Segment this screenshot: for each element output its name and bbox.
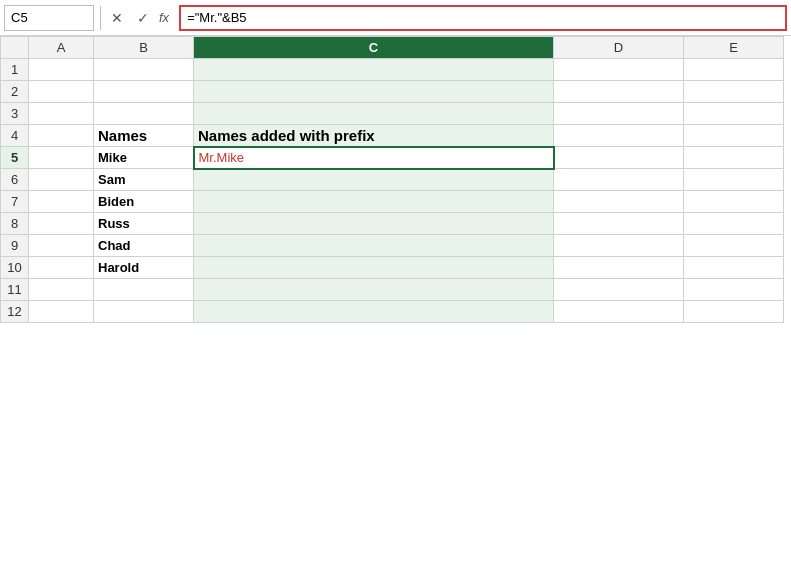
cell-a6[interactable] — [29, 169, 94, 191]
formula-bar-icons: ✕ ✓ fx — [107, 8, 173, 28]
cell-a12[interactable] — [29, 301, 94, 323]
table-row: 12 — [1, 301, 784, 323]
column-header-row: A B C D E — [1, 37, 784, 59]
cell-c1[interactable] — [194, 59, 554, 81]
cell-b2[interactable] — [94, 81, 194, 103]
cell-e4[interactable] — [684, 125, 784, 147]
spreadsheet-grid: A B C D E 1234NamesNames added with pref… — [0, 36, 791, 323]
cancel-icon[interactable]: ✕ — [107, 8, 127, 28]
cell-e3[interactable] — [684, 103, 784, 125]
cell-e6[interactable] — [684, 169, 784, 191]
table-row: 8Russ — [1, 213, 784, 235]
formula-input[interactable] — [179, 5, 787, 31]
cell-a7[interactable] — [29, 191, 94, 213]
cell-e10[interactable] — [684, 257, 784, 279]
row-header-5[interactable]: 5 — [1, 147, 29, 169]
confirm-icon[interactable]: ✓ — [133, 8, 153, 28]
col-header-a[interactable]: A — [29, 37, 94, 59]
row-header-10[interactable]: 10 — [1, 257, 29, 279]
cell-c3[interactable] — [194, 103, 554, 125]
cell-e2[interactable] — [684, 81, 784, 103]
cell-d8[interactable] — [554, 213, 684, 235]
col-header-d[interactable]: D — [554, 37, 684, 59]
row-header-2[interactable]: 2 — [1, 81, 29, 103]
cell-e9[interactable] — [684, 235, 784, 257]
formula-bar: C5 ✕ ✓ fx — [0, 0, 791, 36]
row-header-12[interactable]: 12 — [1, 301, 29, 323]
cell-d5[interactable] — [554, 147, 684, 169]
cell-b7[interactable]: Biden — [94, 191, 194, 213]
cell-d7[interactable] — [554, 191, 684, 213]
cell-a11[interactable] — [29, 279, 94, 301]
cell-b11[interactable] — [94, 279, 194, 301]
cell-c10[interactable] — [194, 257, 554, 279]
table-row: 6Sam — [1, 169, 784, 191]
cell-b6[interactable]: Sam — [94, 169, 194, 191]
corner-cell — [1, 37, 29, 59]
row-header-1[interactable]: 1 — [1, 59, 29, 81]
cell-c9[interactable] — [194, 235, 554, 257]
cell-c12[interactable] — [194, 301, 554, 323]
cell-d6[interactable] — [554, 169, 684, 191]
col-header-b[interactable]: B — [94, 37, 194, 59]
cell-e8[interactable] — [684, 213, 784, 235]
cell-a4[interactable] — [29, 125, 94, 147]
cell-d2[interactable] — [554, 81, 684, 103]
row-header-3[interactable]: 3 — [1, 103, 29, 125]
cell-a5[interactable] — [29, 147, 94, 169]
cell-a3[interactable] — [29, 103, 94, 125]
cell-a8[interactable] — [29, 213, 94, 235]
cell-a1[interactable] — [29, 59, 94, 81]
cell-c2[interactable] — [194, 81, 554, 103]
cell-d1[interactable] — [554, 59, 684, 81]
cell-c8[interactable] — [194, 213, 554, 235]
col-header-c[interactable]: C — [194, 37, 554, 59]
cell-a10[interactable] — [29, 257, 94, 279]
cell-d3[interactable] — [554, 103, 684, 125]
cell-b5[interactable]: Mike — [94, 147, 194, 169]
row-header-8[interactable]: 8 — [1, 213, 29, 235]
cell-e7[interactable] — [684, 191, 784, 213]
cell-b4[interactable]: Names — [94, 125, 194, 147]
table-row: 3 — [1, 103, 784, 125]
table-row: 10Harold — [1, 257, 784, 279]
cell-b9[interactable]: Chad — [94, 235, 194, 257]
cell-c4[interactable]: Names added with prefix — [194, 125, 554, 147]
cell-d4[interactable] — [554, 125, 684, 147]
cell-d9[interactable] — [554, 235, 684, 257]
cell-b3[interactable] — [94, 103, 194, 125]
table-row: 2 — [1, 81, 784, 103]
cell-c7[interactable] — [194, 191, 554, 213]
row-header-4[interactable]: 4 — [1, 125, 29, 147]
col-header-e[interactable]: E — [684, 37, 784, 59]
cell-d11[interactable] — [554, 279, 684, 301]
table-row: 7Biden — [1, 191, 784, 213]
fx-icon: fx — [159, 10, 169, 25]
cell-e12[interactable] — [684, 301, 784, 323]
table-row: 5MikeMr.Mike — [1, 147, 784, 169]
cell-reference-box[interactable]: C5 — [4, 5, 94, 31]
row-header-6[interactable]: 6 — [1, 169, 29, 191]
table-row: 11 — [1, 279, 784, 301]
cell-c5[interactable]: Mr.Mike — [194, 147, 554, 169]
cell-e11[interactable] — [684, 279, 784, 301]
cell-b10[interactable]: Harold — [94, 257, 194, 279]
row-header-9[interactable]: 9 — [1, 235, 29, 257]
grid-table: A B C D E 1234NamesNames added with pref… — [0, 36, 784, 323]
cell-ref-label: C5 — [11, 10, 28, 25]
cell-d10[interactable] — [554, 257, 684, 279]
cell-c6[interactable] — [194, 169, 554, 191]
cell-d12[interactable] — [554, 301, 684, 323]
cell-a2[interactable] — [29, 81, 94, 103]
cell-b1[interactable] — [94, 59, 194, 81]
cell-b12[interactable] — [94, 301, 194, 323]
cell-e5[interactable] — [684, 147, 784, 169]
cell-a9[interactable] — [29, 235, 94, 257]
cell-b8[interactable]: Russ — [94, 213, 194, 235]
cell-c11[interactable] — [194, 279, 554, 301]
cell-e1[interactable] — [684, 59, 784, 81]
row-header-11[interactable]: 11 — [1, 279, 29, 301]
table-row: 4NamesNames added with prefix — [1, 125, 784, 147]
row-header-7[interactable]: 7 — [1, 191, 29, 213]
table-row: 9Chad — [1, 235, 784, 257]
